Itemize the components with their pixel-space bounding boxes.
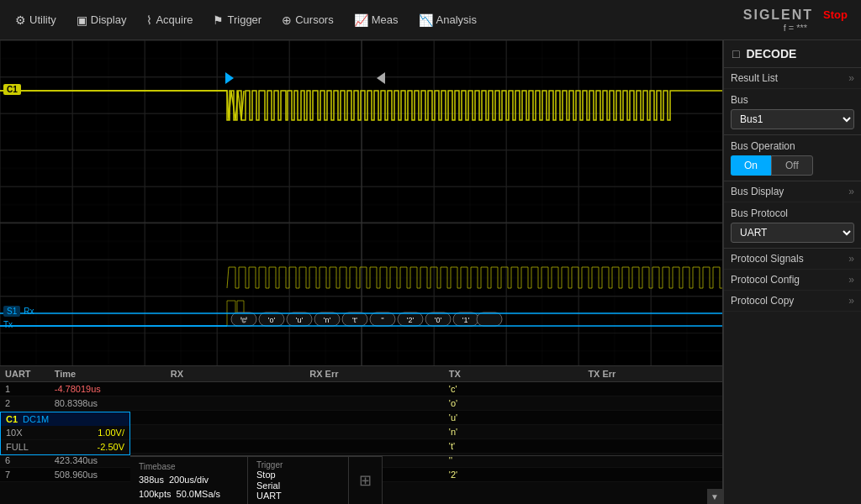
- protocol-config-item[interactable]: Protocol Config »: [724, 270, 861, 291]
- brand-name: SIGLENT: [743, 8, 813, 23]
- settings-icon-section[interactable]: ⊞: [349, 456, 383, 504]
- scope-area[interactable]: 'c' 'o' 'u' 'n' 't' '': [0, 40, 723, 504]
- protocol-config-label: Protocol Config: [731, 274, 800, 286]
- protocol-copy-expand-icon: »: [848, 295, 854, 307]
- ch-info-box: C1 DC1M 10X 1.00V/ FULL -2.50V: [0, 412, 130, 455]
- cell-txerr: [583, 439, 722, 454]
- menu-analysis[interactable]: 📉 Analysis: [410, 8, 485, 32]
- utility-icon: ⚙: [15, 13, 26, 27]
- protocol-copy-item[interactable]: Protocol Copy »: [724, 291, 861, 312]
- cell-rxerr: [304, 425, 444, 439]
- cell-tx: 't': [444, 439, 584, 454]
- bus-display-item[interactable]: Bus Display »: [724, 181, 861, 202]
- cell-tx: 'o': [444, 396, 584, 411]
- bus-title: Bus: [731, 94, 854, 106]
- menu-meas[interactable]: 📈 Meas: [346, 8, 407, 32]
- menu-acquire[interactable]: ⌇ Acquire: [138, 8, 201, 32]
- protocol-signals-item[interactable]: Protocol Signals »: [724, 249, 861, 270]
- bus-operation-off-button[interactable]: Off: [771, 155, 813, 176]
- result-list-label: Result List: [731, 72, 778, 84]
- bus-protocol-dropdown[interactable]: UART: [731, 223, 854, 243]
- trigger-val2: Serial: [256, 480, 340, 491]
- menu-trigger[interactable]: ⚑ Trigger: [204, 8, 270, 32]
- ch-info-offset-row: FULL -2.50V: [1, 440, 129, 454]
- cell-uart: 6: [0, 454, 50, 468]
- analysis-icon: 📉: [419, 13, 433, 27]
- ch-info-ch: C1: [6, 414, 18, 424]
- protocol-config-expand-icon: »: [848, 274, 854, 286]
- cell-uart: 2: [0, 396, 50, 411]
- menu-cursors[interactable]: ⊕ Cursors: [273, 8, 342, 32]
- meas-icon: 📈: [354, 13, 368, 27]
- decode-header: □ DECODE: [724, 40, 861, 68]
- bus-dropdown[interactable]: Bus1: [731, 109, 854, 129]
- cell-rxerr: [304, 439, 444, 454]
- acquire-icon: ⌇: [146, 13, 152, 27]
- trigger-icon: ⚑: [213, 13, 224, 27]
- cell-uart: 7: [0, 468, 50, 482]
- brand-area: SIGLENT Stop f = ***: [743, 8, 854, 33]
- result-list-item[interactable]: Result List »: [724, 68, 861, 89]
- col-header-txerr: TX Err: [583, 366, 722, 382]
- cell-rx: [166, 396, 305, 411]
- col-header-uart: UART: [0, 366, 50, 382]
- cursors-icon: ⊕: [282, 13, 292, 27]
- ch-info-scale-key: 10X: [6, 428, 23, 438]
- cell-rxerr: [304, 396, 444, 411]
- trigger-section: Trigger Stop Serial UART: [248, 456, 349, 504]
- cell-txerr: [583, 411, 722, 425]
- timebase-val4: 50.0MSa/s: [177, 489, 221, 499]
- decode-icon: □: [732, 47, 739, 60]
- scope-grid: 'c' 'o' 'u' 'n' 't' '': [0, 40, 723, 406]
- settings-grid-icon: ⊞: [359, 471, 372, 490]
- table-row[interactable]: 2 80.8398us 'o': [0, 396, 722, 411]
- cell-rxerr: [304, 411, 444, 425]
- ch-s1-label: S1: [3, 306, 20, 317]
- result-list-expand-icon: »: [848, 72, 854, 84]
- cell-txerr: [583, 382, 722, 396]
- timebase-label: Timebase: [139, 462, 239, 471]
- stop-button[interactable]: Stop: [823, 8, 848, 21]
- cell-tx: 'n': [444, 425, 584, 439]
- cell-time: 80.8398us: [50, 396, 166, 411]
- cell-rx: [166, 382, 305, 396]
- timebase-val2: 200us/div: [169, 475, 209, 485]
- svg-text:'1': '1': [462, 316, 470, 324]
- svg-text:'u': 'u': [296, 316, 304, 324]
- cell-tx: 'u': [444, 411, 584, 425]
- ch-info-header: C1 DC1M: [1, 412, 129, 426]
- protocol-signals-label: Protocol Signals: [731, 253, 804, 265]
- svg-text:'t': 't': [352, 316, 357, 324]
- ch-tx-label: Tx: [3, 320, 13, 329]
- svg-rect-45: [477, 312, 502, 326]
- bus-operation-toggle: On Off: [731, 155, 854, 176]
- svg-text:'': '': [381, 316, 384, 324]
- trigger-val3: UART: [256, 491, 340, 501]
- bus-operation-on-button[interactable]: On: [731, 155, 771, 176]
- main-area: 'c' 'o' 'u' 'n' 't' '': [0, 40, 861, 504]
- bus-protocol-section: Bus Protocol UART: [724, 202, 861, 249]
- ch-info-coupling: DC1M: [23, 414, 49, 424]
- bus-protocol-title: Bus Protocol: [731, 207, 854, 219]
- ch-info-scale-val: 1.00V/: [98, 428, 124, 438]
- svg-text:'c': 'c': [240, 316, 247, 324]
- decode-label: DECODE: [746, 47, 853, 60]
- svg-text:'o': 'o': [268, 316, 276, 324]
- cell-rx: [166, 439, 305, 454]
- bottom-status-bar: Timebase 388us 200us/div 100kpts 50.0MSa…: [130, 455, 722, 504]
- menu-display[interactable]: ▣ Display: [68, 8, 135, 32]
- cell-tx: 'c': [444, 382, 584, 396]
- table-row[interactable]: 1 -4.78019us 'c': [0, 382, 722, 396]
- col-header-rx: RX: [166, 366, 305, 382]
- svg-text:'0': '0': [435, 316, 442, 324]
- trigger-label: Trigger: [256, 460, 340, 470]
- cell-txerr: [583, 425, 722, 439]
- channel-labels: S1 Rx: [3, 306, 35, 317]
- ch-info-offset-key: FULL: [6, 442, 29, 452]
- ch-rx-label: Rx: [22, 306, 35, 317]
- timebase-val1: 388us: [139, 475, 164, 485]
- trigger-val1: Stop: [256, 470, 340, 480]
- menu-utility[interactable]: ⚙ Utility: [7, 8, 65, 32]
- menu-bar: ⚙ Utility ▣ Display ⌇ Acquire ⚑ Trigger …: [0, 0, 861, 40]
- col-header-rxerr: RX Err: [304, 366, 444, 382]
